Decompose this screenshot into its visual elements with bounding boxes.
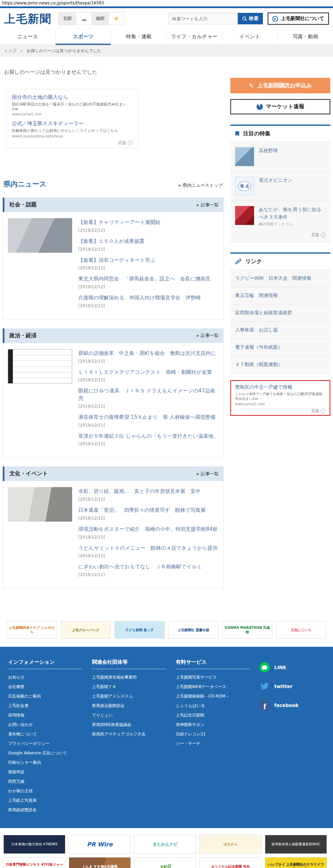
article-item[interactable]: 【新着】チャリティーアート展開始 [2019/12/12] (78, 219, 218, 233)
tab-events[interactable]: イベント (222, 28, 277, 45)
article-thumbnail-image[interactable] (8, 349, 72, 384)
banner-kitakan-navi[interactable]: きたかんナビ (134, 835, 196, 854)
footer-link[interactable]: 群馬県アマチュアゴルフ大会 (92, 731, 166, 737)
footer-link[interactable]: 印刷センター案内 (8, 760, 82, 766)
article-item[interactable]: 群銀の店舗改革 中之条・原町を統合 敷島は渋川支店内に [2019/12/12] (78, 350, 218, 364)
search-input[interactable] (168, 13, 238, 24)
sidebar-link-tomioka[interactable]: 富岡製糸場と絹産業遺産群 (230, 304, 330, 322)
footer-link[interactable]: 上毛紙上写真展 (8, 798, 82, 803)
tab-features[interactable]: 特集・連載 (111, 28, 166, 45)
article-item[interactable]: 介護職の理解深める 外国人向け職場見学会 伊勢崎 [2019/12/12] (78, 294, 218, 308)
banner-hachisara[interactable]: はちさら (200, 835, 262, 854)
tab-sports[interactable]: スポーツ (55, 28, 111, 45)
article-title[interactable]: うどんサミットＶのメニュー 館林の４店できょうから提供 (78, 545, 218, 552)
banner-kazekko[interactable]: 子ども新聞 風っ子 (115, 621, 165, 639)
sidebar-link-denshi[interactable]: 電子速報（号外紙面） (230, 339, 330, 356)
article-item[interactable]: 水彩、切り絵、版画… 亥と子の年賀状見本展 安中 [2019/12/12] (78, 488, 218, 502)
banner-47news[interactable]: 日本海側の魅力発信 47NEWS (3, 835, 65, 854)
social-line-link[interactable]: LINE (259, 659, 325, 678)
subscribe-button[interactable]: ✎ 上毛新聞購読お申込み (230, 78, 330, 93)
banner-group-pack[interactable]: 上毛グルーパック (61, 621, 111, 639)
banner-genki-nijiiro[interactable]: 元気にじいろ (276, 621, 326, 639)
article-thumbnail-image[interactable] (8, 487, 72, 522)
info-icon[interactable]: i (321, 409, 326, 413)
article-title[interactable]: ＬＩＸＩＬエクステリアコンテスト 高崎・創園社が金賞 (78, 369, 218, 376)
article-title[interactable]: 東北大県内同窓会 「群馬萩友会」設立へ 会長に腰高氏 (78, 275, 218, 283)
footer-link[interactable]: 上毛社会賞 (8, 703, 82, 709)
footer-link[interactable]: 上毛新聞厚生福祉事業団 (92, 675, 166, 680)
article-title[interactable]: 眼鏡にひみつ道具 ＪＩＮＳ ドラえもんイメージの47品発売 (78, 387, 218, 402)
footer-link[interactable]: 上毛新聞ＴＲ (92, 684, 166, 690)
banner-yell[interactable]: yell (134, 857, 196, 868)
article-item[interactable]: 草津が５年連続２位 じゃらんの「もう一度行きたい温泉地」 [2019/12/11… (78, 433, 218, 447)
tab-news[interactable]: ニュース (0, 28, 55, 45)
article-item[interactable]: 環境活動をポスターで紹介 高崎の小中、特別支援学校84校 [2019/12/12… (78, 526, 218, 540)
ad-title-link[interactable]: 国分寺の土地の購入なら (12, 94, 132, 100)
ad-badge[interactable]: 広告 i (12, 140, 132, 146)
footer-link[interactable]: 広告掲載のご案内 (8, 693, 82, 699)
banner-jomo-publishing[interactable]: 上毛新聞社 図書出版 (168, 621, 218, 639)
social-facebook-link[interactable]: f facebook (259, 697, 325, 716)
text-ad[interactable]: 国分寺の土地の購入なら 国分寺駅周辺の土地を一覧表示！安心の三菱UFJ不動産販売… (12, 94, 132, 116)
footer-link[interactable]: お知らせ (8, 675, 82, 680)
banner-prwire[interactable]: PR Wire (69, 835, 131, 854)
market-report-button[interactable]: マーケット速報 (230, 99, 330, 114)
breadcrumb-home-link[interactable]: トップ (4, 48, 17, 54)
article-list-link[interactable]: ▶ 記事一覧 (197, 333, 218, 339)
sidebar-link-olympics[interactable]: 東京五輪 関連情報 (230, 287, 330, 304)
article-item[interactable]: にぎわい創出へ光でおもてなし ＪＲ前橋駅でイルミ [2019/12/11] (78, 563, 218, 577)
featured-ad-item[interactable]: あなたが、株を買う前に知るべき３大条件 株の学校ドットコム (230, 201, 330, 232)
social-twitter-link[interactable]: twitter (259, 678, 325, 697)
site-logo[interactable]: 上毛新聞 (4, 13, 51, 24)
article-title[interactable]: 潜在保育士の復帰希望 15％止まり 県 人材確保へ環境整備 (78, 414, 218, 421)
banner-tomioka-whc[interactable]: 富岡製糸場と絹産業遺産群WHC (265, 835, 327, 854)
article-title[interactable]: 【新着】浴衣コーディネート学ぶ (78, 257, 218, 264)
sidebar-link-47video[interactable]: ４７動画（紙面連動） (230, 356, 330, 373)
footer-link[interactable]: 上毛新聞写真サービス (176, 675, 250, 680)
banner-harebutai[interactable]: ハレブタイ 上毛新聞社のクラウドファンディング (265, 857, 327, 868)
footer-link[interactable]: ジー・サーチ (176, 741, 250, 747)
banner-gogai[interactable]: オリジナル記念新聞 号外 (200, 857, 262, 868)
article-title[interactable]: にぎわい創出へ光でおもてなし ＪＲ前橋駅でイルミ (78, 563, 218, 571)
article-title[interactable]: 介護職の理解深める 外国人向け職場見学会 伊勢崎 (78, 294, 218, 302)
article-item[interactable]: 東北大県内同窓会 「群馬萩友会」設立へ 会長に腰高氏 [2019/12/12] (78, 275, 218, 289)
sidebar-link-rugby[interactable]: ラグビーW杯 日本大会 関連情報 (230, 270, 330, 287)
footer-link[interactable]: プライバシーポリシー (8, 741, 82, 747)
tab-life-culture[interactable]: ライフ・カルチャー (166, 28, 222, 45)
featured-item[interactable]: 視 点 視点オピニオン (230, 172, 330, 201)
sidebar-text-ad[interactable]: 豊島区の中古一戸建て情報 こだわり条件で一戸建てを検索！安心の三菱UFJ不動産販… (230, 380, 330, 416)
article-item[interactable]: ＬＩＸＩＬエクステリアコンテスト 高崎・創園社が金賞 [2019/12/12] (78, 369, 218, 383)
article-title[interactable]: 【新着】チャリティーアート展開始 (78, 219, 218, 226)
footer-link[interactable]: じょうもばいる (176, 703, 250, 709)
article-title[interactable]: 草津が５年連続２位 じゃらんの「もう一度行きたい温泉地」 (78, 433, 218, 440)
footer-link[interactable]: 群馬政経懇話会 (8, 807, 82, 813)
article-item[interactable]: 【新着】１５０人が成果披露 [2019/12/12] (78, 238, 218, 252)
article-item[interactable]: 潜在保育士の復帰希望 15％止まり 県 人材確保へ環境整備 [2019/12/1… (78, 414, 218, 428)
footer-link[interactable]: お問い合わせ (8, 722, 82, 728)
article-title[interactable]: 水彩、切り絵、版画… 亥と子の年賀状見本展 安中 (78, 488, 218, 495)
article-list-link[interactable]: ▶ 記事一覧 (197, 471, 218, 477)
footer-link[interactable]: 採用情報 (8, 712, 82, 718)
info-icon[interactable]: i (128, 141, 132, 145)
banner-jomodachi[interactable]: 上毛新聞読者クラブ ジョモだち (7, 621, 57, 639)
footer-link[interactable]: 群馬県NIE推進協議会 (92, 722, 166, 728)
ad-badge[interactable]: 広告 i (235, 408, 326, 414)
article-list-link[interactable]: ▶ 記事一覧 (197, 202, 218, 208)
search-button[interactable]: 検索 (238, 13, 263, 24)
footer-link[interactable]: 後援申請 (8, 769, 82, 775)
footer-link[interactable]: 会社概要 (8, 684, 82, 690)
footer-link[interactable]: Google Adsence 広告について (8, 750, 82, 756)
article-title[interactable]: 環境活動をポスターで紹介 高崎の小中、特別支援学校84校 (78, 526, 218, 533)
banner-gunma-marathon[interactable]: GUNMA MARATHON 写真館 (222, 621, 272, 639)
banner-gunma-food[interactable]: ぐんま すき焼き応援県 (69, 857, 131, 868)
footer-link[interactable]: 上毛新聞WEBデータベース (176, 684, 250, 690)
article-thumbnail-image[interactable] (8, 218, 72, 253)
article-item[interactable]: 日本遺産「里沼」 四季折々の情景写す 館林で写真展 [2019/12/12] (78, 507, 218, 521)
footer-link[interactable]: 上毛新聞アドシステム (92, 693, 166, 699)
footer-link[interactable]: わが家の主役 (8, 788, 82, 794)
footer-link[interactable]: 同窓万歳 (8, 779, 82, 784)
text-ad[interactable]: 公式／埼玉県スズキディーラー 自動車税が変わってお財布にやさしい！ラインナップは… (12, 120, 132, 138)
ad-badge[interactable]: 広告 i (235, 232, 326, 238)
ad-title-link[interactable]: 豊島区の中古一戸建て情報 (235, 384, 326, 390)
article-item[interactable]: 眼鏡にひみつ道具 ＪＩＮＳ ドラえもんイメージの47品発売 [2019/12/1… (78, 387, 218, 409)
